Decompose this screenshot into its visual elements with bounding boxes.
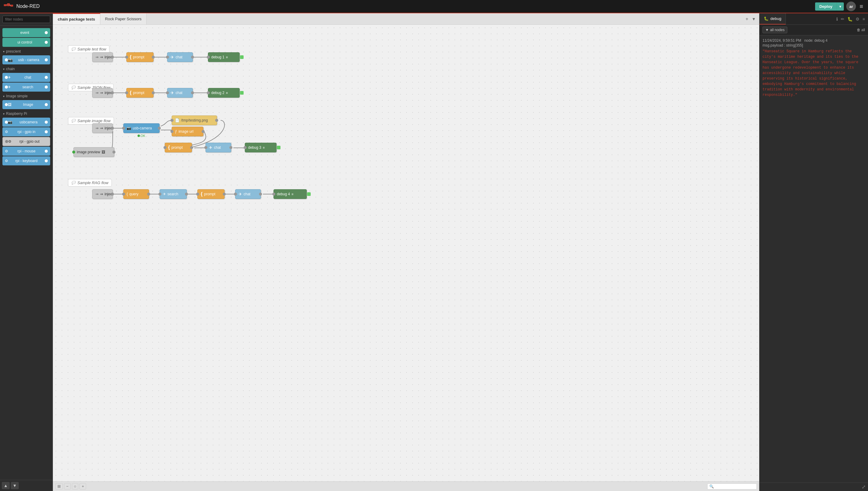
tabs-bar: chain package tests Rock Paper Scissors … bbox=[53, 13, 759, 25]
node-debug4[interactable]: debug 4≡ bbox=[273, 189, 307, 199]
node-inject3[interactable]: ⇒inject bbox=[92, 123, 113, 133]
node-query4[interactable]: {query bbox=[123, 189, 149, 199]
fit-view-button[interactable]: ⊞ bbox=[55, 483, 63, 490]
node-tmpfile3[interactable]: 📄 /tmp/testimg.png bbox=[172, 115, 217, 125]
sidebar-up-button[interactable]: ▲ bbox=[2, 482, 10, 489]
filter-dropdown[interactable]: ▼ all nodes bbox=[762, 27, 787, 33]
top-navigation: Node-RED Deploy ▾ ar ≡ bbox=[0, 0, 868, 13]
mouse-icon: ⚙ bbox=[5, 149, 8, 153]
keyboard-icon: ⚙ bbox=[5, 159, 8, 163]
zoom-out-button[interactable]: − bbox=[64, 483, 71, 490]
flow-canvas[interactable]: Sample test flow ⇒ inject { prompt bbox=[53, 25, 759, 481]
node-event[interactable]: event bbox=[2, 28, 50, 37]
filter-label: all nodes bbox=[770, 28, 785, 32]
node-inject1[interactable]: ⇒ inject bbox=[92, 52, 113, 62]
right-panel-actions: ℹ ✏ 🐛 ⚙ ≡ bbox=[833, 16, 868, 22]
sidebar-section-image-simple[interactable]: ▾ Image simple bbox=[0, 92, 53, 99]
deploy-button[interactable]: Deploy bbox=[815, 2, 837, 10]
tab-rock-paper-scissors[interactable]: Rock Paper Scissors bbox=[100, 13, 147, 25]
node-imgurl3[interactable]: ƒ image url bbox=[172, 127, 203, 136]
node-port bbox=[45, 31, 48, 34]
brace-icon: { bbox=[168, 145, 170, 150]
user-avatar-button[interactable]: ar bbox=[846, 1, 856, 11]
sidebar-section-chain[interactable]: ▾ chain bbox=[0, 65, 53, 72]
node-prompt4[interactable]: {prompt bbox=[197, 189, 225, 199]
zoom-reset-button[interactable]: ○ bbox=[72, 483, 79, 490]
node-chat3[interactable]: ✈chat bbox=[206, 143, 231, 152]
sidebar-bottom-controls: ▲ ▼ bbox=[0, 480, 53, 491]
plane-icon: ✈ bbox=[8, 75, 11, 80]
debug4-label: debug 4 bbox=[277, 192, 290, 196]
section-label: prescient bbox=[6, 49, 21, 54]
expand-panel-button[interactable]: ⤢ bbox=[862, 484, 866, 490]
node-rpi-keyboard[interactable]: ⚙ rpi - keyboard bbox=[2, 156, 50, 165]
tab-chain-package-tests[interactable]: chain package tests bbox=[53, 13, 100, 25]
info-button[interactable]: ℹ bbox=[835, 16, 839, 22]
node-image-label: Image bbox=[11, 103, 45, 107]
tab-debug[interactable]: 🐛 debug bbox=[759, 13, 786, 25]
func-icon: ƒ bbox=[175, 129, 177, 134]
node-image[interactable]: 🖼 Image bbox=[2, 100, 50, 109]
node-chat1[interactable]: ✈ chat bbox=[167, 52, 193, 62]
node-usb3[interactable]: 📷 usb-camera OK bbox=[123, 123, 159, 133]
bug-button[interactable]: 🐛 bbox=[846, 16, 854, 22]
nav-left: Node-RED bbox=[4, 3, 39, 9]
list-button[interactable]: ≡ bbox=[861, 16, 866, 22]
node-inject2[interactable]: ⇒inject bbox=[92, 88, 113, 98]
plane-icon: ✈ bbox=[171, 55, 174, 60]
nodered-logo bbox=[4, 3, 13, 9]
port-right bbox=[111, 91, 114, 94]
node-ui-control[interactable]: ui control bbox=[2, 38, 50, 47]
deploy-dropdown-button[interactable]: ▾ bbox=[837, 2, 844, 10]
zoom-in-button[interactable]: + bbox=[80, 483, 86, 490]
sidebar-down-button[interactable]: ▼ bbox=[11, 482, 19, 489]
port-left bbox=[166, 91, 169, 94]
node-port-right bbox=[45, 58, 48, 61]
clear-debug-button[interactable]: 🗑 all bbox=[857, 28, 865, 32]
sidebar-section-prescient[interactable]: ▾ prescient bbox=[0, 48, 53, 55]
node-imgpreview3[interactable]: image preview 🖼 bbox=[73, 147, 114, 157]
menu-button[interactable]: ≡ bbox=[858, 2, 864, 11]
node-rpi-mouse-label: rpi - mouse bbox=[8, 149, 45, 153]
node-debug3[interactable]: debug 3≡ bbox=[245, 143, 276, 152]
plane-icon: ✈ bbox=[209, 145, 212, 150]
port-right bbox=[223, 193, 226, 196]
port-right bbox=[185, 193, 188, 196]
node-chat4[interactable]: ✈chat bbox=[235, 189, 261, 199]
prompt1-label: prompt bbox=[133, 55, 144, 59]
debug2-label: debug 2 bbox=[211, 91, 224, 95]
node-rpi-gpio-in[interactable]: ⚙ rpi - gpio in bbox=[2, 127, 50, 136]
node-rpi-gpio-out-label: rpi - gpio out bbox=[11, 139, 48, 144]
node-rpi-usbcamera[interactable]: 📷 usbcamera bbox=[2, 118, 50, 127]
settings-button[interactable]: ⚙ bbox=[855, 16, 861, 22]
section-label: chain bbox=[6, 67, 15, 71]
node-prompt1[interactable]: { prompt bbox=[126, 52, 153, 62]
canvas-search-input[interactable] bbox=[707, 484, 757, 490]
node-chat2[interactable]: ✈chat bbox=[167, 88, 193, 98]
node-chain-search[interactable]: ✈ search bbox=[2, 83, 50, 92]
tab-menu-button[interactable]: ▾ bbox=[751, 16, 757, 22]
node-debug2[interactable]: debug 2≡ bbox=[208, 88, 240, 98]
edit-button[interactable]: ✏ bbox=[840, 16, 846, 22]
node-prompt3[interactable]: {prompt bbox=[165, 143, 192, 152]
add-tab-button[interactable]: + bbox=[744, 16, 750, 22]
debug-green-indicator bbox=[240, 55, 244, 59]
node-inject4[interactable]: ⇒inject bbox=[92, 189, 113, 199]
node-port-right bbox=[45, 159, 48, 162]
search-input[interactable] bbox=[2, 16, 50, 23]
node-prompt2[interactable]: {prompt bbox=[126, 88, 153, 98]
sidebar-section-raspberry-pi[interactable]: ▾ Raspberry Pi bbox=[0, 110, 53, 117]
node-usb-camera[interactable]: 📷 usb - camera bbox=[2, 55, 50, 64]
file-icon: 📄 bbox=[175, 118, 180, 122]
plane-icon: ✈ bbox=[163, 192, 166, 196]
node-rpi-gpio-out[interactable]: ⚙ rpi - gpio out bbox=[2, 137, 50, 146]
port-left bbox=[158, 193, 161, 196]
node-chain-chat[interactable]: ✈ chat bbox=[2, 73, 50, 82]
port-right bbox=[147, 193, 150, 196]
port-left bbox=[207, 56, 210, 59]
debug-timestamp: 11/24/2024, 9:59:51 PM node: debug 4 bbox=[762, 38, 865, 42]
node-rpi-mouse[interactable]: ⚙ rpi - mouse bbox=[2, 147, 50, 156]
node-debug1[interactable]: debug 1 ≡ bbox=[208, 52, 240, 62]
node-search4[interactable]: ✈search bbox=[159, 189, 187, 199]
canvas-search-area bbox=[707, 484, 757, 490]
